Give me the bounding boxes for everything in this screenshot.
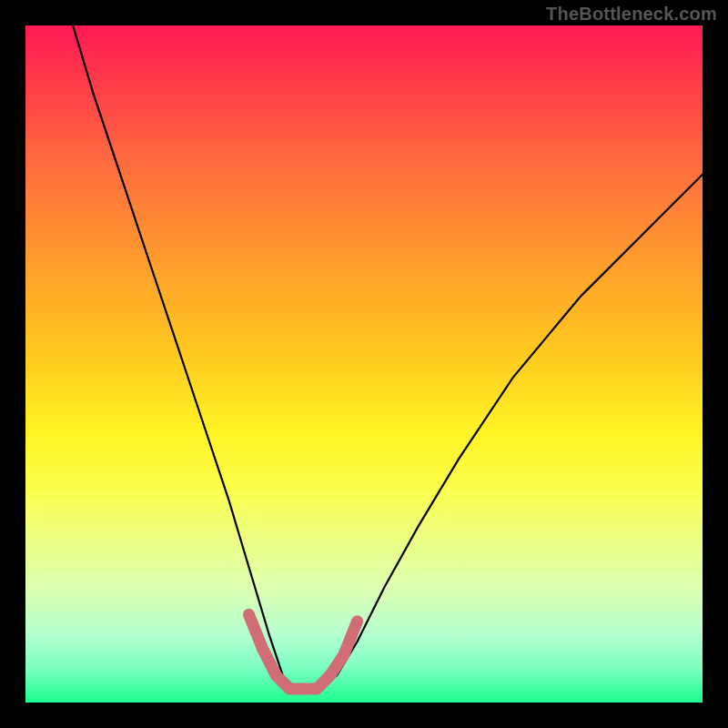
attribution-watermark: TheBottleneck.com xyxy=(546,4,717,25)
bottleneck-curve xyxy=(73,25,703,689)
chart-plot-area xyxy=(25,25,703,703)
chart-svg xyxy=(25,25,703,703)
low-zone-overlay xyxy=(249,614,358,689)
